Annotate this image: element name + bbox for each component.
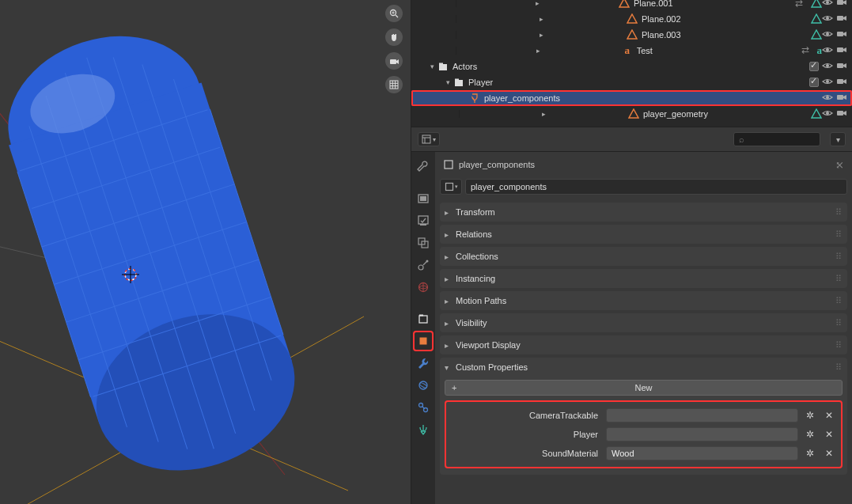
- expand-icon[interactable]: [443, 78, 453, 86]
- visibility-icon[interactable]: [822, 92, 833, 105]
- close-icon[interactable]: ✕: [822, 427, 836, 441]
- tab-output[interactable]: [413, 210, 434, 231]
- breadcrumb-text: player_components: [459, 160, 535, 169]
- panel-header[interactable]: ▸Transform⠿: [440, 203, 847, 222]
- panel-header[interactable]: ▸Visibility⠿: [440, 313, 847, 332]
- render-icon[interactable]: [836, 108, 847, 121]
- camera-view-gizmo[interactable]: [385, 52, 403, 70]
- panel-relations: ▸Relations⠿: [440, 225, 847, 244]
- tab-physics[interactable]: [413, 375, 434, 396]
- panel-header[interactable]: ▾Custom Properties⠿: [440, 358, 847, 377]
- expand-icon[interactable]: [427, 63, 437, 70]
- drag-grip-icon[interactable]: ⠿: [835, 340, 843, 351]
- outliner-row[interactable]: aTest⇄a: [411, 43, 852, 59]
- close-icon[interactable]: ✕: [822, 408, 836, 423]
- svg-rect-46: [439, 64, 447, 70]
- object-icon: [443, 159, 454, 170]
- object-name: Plane.003: [642, 30, 811, 40]
- drag-grip-icon[interactable]: ⠿: [835, 296, 843, 306]
- outliner-row[interactable]: Player: [411, 74, 852, 90]
- tab-viewlayer[interactable]: [413, 233, 434, 253]
- perspective-gizmo[interactable]: [385, 76, 403, 93]
- expand-icon[interactable]: [456, 31, 626, 39]
- expand-icon[interactable]: [456, 47, 621, 55]
- drag-grip-icon[interactable]: ⠿: [835, 362, 843, 373]
- render-icon[interactable]: [836, 76, 847, 89]
- visibility-icon[interactable]: [822, 0, 833, 10]
- drag-grip-icon[interactable]: ⠿: [835, 229, 843, 240]
- custom-property-label: Player: [451, 430, 601, 439]
- object-name-input[interactable]: [465, 179, 847, 195]
- visibility-icon[interactable]: [822, 108, 833, 121]
- tab-data[interactable]: [413, 419, 434, 440]
- panel-header[interactable]: ▸Collections⠿: [440, 247, 847, 266]
- render-icon[interactable]: [836, 60, 847, 74]
- outliner-row[interactable]: player_components: [411, 90, 852, 106]
- visibility-icon[interactable]: [822, 76, 833, 89]
- visibility-icon[interactable]: [822, 13, 833, 26]
- svg-rect-62: [420, 196, 426, 201]
- render-icon[interactable]: [836, 28, 847, 42]
- pin-icon[interactable]: ⤪: [835, 159, 844, 171]
- visibility-icon[interactable]: [822, 28, 833, 42]
- new-custom-property-button[interactable]: +New: [445, 380, 843, 396]
- panel-header[interactable]: ▸Motion Paths⠿: [440, 291, 847, 310]
- svg-rect-53: [837, 79, 843, 84]
- outliner-row[interactable]: Actors: [411, 59, 852, 74]
- enable-checkbox[interactable]: [809, 78, 819, 87]
- zoom-gizmo[interactable]: [385, 5, 403, 22]
- custom-property-row: SoundMaterialWood✲✕: [451, 446, 836, 460]
- tab-modifiers[interactable]: [413, 353, 434, 373]
- viewport-3d[interactable]: [0, 0, 411, 504]
- panel-header[interactable]: ▸Instancing⠿: [440, 269, 847, 288]
- render-icon[interactable]: [836, 92, 847, 105]
- datablock-icon-dropdown[interactable]: ▾: [440, 179, 462, 195]
- tab-render[interactable]: [413, 188, 434, 209]
- editor-type-dropdown[interactable]: ▾: [418, 132, 440, 146]
- custom-property-value[interactable]: [606, 408, 798, 423]
- close-icon[interactable]: ✕: [822, 446, 836, 460]
- tab-constraints[interactable]: [413, 397, 434, 418]
- visibility-icon[interactable]: [822, 44, 833, 58]
- drag-grip-icon[interactable]: ⠿: [835, 318, 843, 328]
- panel-header[interactable]: ▸Relations⠿: [440, 225, 847, 244]
- svg-point-68: [426, 260, 429, 263]
- search-input[interactable]: ⌕: [733, 132, 820, 146]
- svg-point-44: [826, 48, 829, 51]
- tab-scene[interactable]: [413, 255, 434, 275]
- tab-world[interactable]: [413, 277, 434, 297]
- outliner-row[interactable]: Plane.001⇄: [411, 0, 852, 11]
- pan-gizmo[interactable]: [385, 28, 403, 46]
- panel-instancing: ▸Instancing⠿: [440, 269, 847, 288]
- drag-grip-icon[interactable]: ⠿: [835, 207, 843, 218]
- drag-grip-icon[interactable]: ⠿: [835, 252, 843, 262]
- gear-icon[interactable]: ✲: [803, 408, 817, 423]
- outliner-row[interactable]: player_geometry: [411, 106, 852, 122]
- expand-icon[interactable]: [456, 15, 626, 23]
- tab-collection[interactable]: [413, 309, 434, 329]
- enable-checkbox[interactable]: [809, 62, 819, 71]
- gear-icon[interactable]: ✲: [803, 446, 817, 460]
- options-dropdown[interactable]: ▾: [830, 132, 846, 146]
- visibility-icon[interactable]: [822, 60, 833, 74]
- drag-grip-icon[interactable]: ⠿: [835, 274, 843, 284]
- render-icon[interactable]: [836, 44, 847, 58]
- expand-icon[interactable]: [459, 110, 627, 118]
- tab-tool[interactable]: [413, 157, 434, 177]
- custom-property-value[interactable]: Wood: [606, 446, 798, 460]
- tab-object[interactable]: [413, 331, 434, 351]
- outliner-row[interactable]: Plane.002: [411, 11, 852, 27]
- render-icon[interactable]: [836, 13, 847, 26]
- breadcrumb: player_components ⤪: [440, 155, 847, 174]
- custom-property-row: CameraTrackable✲✕: [451, 408, 836, 423]
- expand-icon[interactable]: [456, 0, 618, 7]
- gear-icon[interactable]: ✲: [803, 427, 817, 441]
- outliner[interactable]: Plane.001⇄Plane.002Plane.003aTest⇄aActor…: [411, 0, 852, 127]
- render-icon[interactable]: [836, 0, 847, 10]
- panel-header[interactable]: ▸Viewport Display⠿: [440, 335, 847, 354]
- svg-point-67: [418, 265, 423, 270]
- custom-property-value[interactable]: [606, 427, 798, 441]
- aux-icons: [811, 13, 822, 25]
- outliner-row[interactable]: Plane.003: [411, 27, 852, 43]
- panel-title: Motion Paths: [456, 296, 506, 305]
